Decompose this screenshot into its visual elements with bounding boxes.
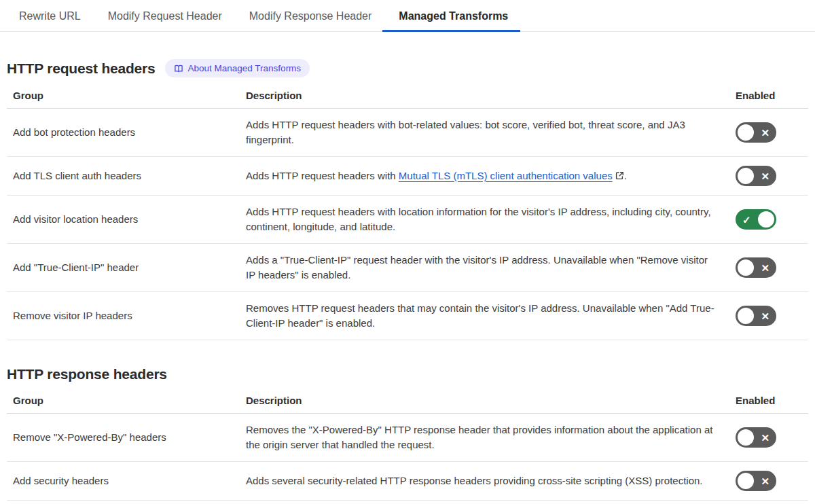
- row-description: Adds HTTP request headers with bot-relat…: [246, 118, 736, 147]
- tab-modify-request-header[interactable]: Modify Request Header: [108, 0, 222, 31]
- row-enabled-cell: ✕: [736, 257, 808, 278]
- toggle-state-icon: ✕: [761, 433, 769, 443]
- section-response-headers: HTTP response headers Group Description …: [7, 366, 808, 501]
- table-header-row: Group Description Enabled: [7, 86, 808, 109]
- description-text: Adds a "True-Client-IP" request header w…: [246, 254, 708, 281]
- toggle-off-add-tls-client-auth-headers[interactable]: ✕: [736, 166, 776, 186]
- description-text: Adds HTTP request headers with bot-relat…: [246, 119, 685, 145]
- toggle-knob: [738, 168, 754, 184]
- about-managed-transforms-badge[interactable]: About Managed Transforms: [165, 59, 310, 77]
- description-text: .: [624, 170, 627, 181]
- table-row-add-security-headers: Add security headers Adds several securi…: [7, 462, 808, 501]
- row-enabled-cell: ✕: [736, 427, 808, 448]
- description-text: Removes the "X-Powered-By" HTTP response…: [246, 424, 712, 450]
- description-link[interactable]: Mutual TLS (mTLS) client authentication …: [399, 170, 613, 181]
- toggle-knob: [738, 429, 754, 446]
- row-group-label: Remove visitor IP headers: [7, 308, 246, 323]
- toggle-off-add-true-client-ip-header[interactable]: ✕: [736, 257, 776, 278]
- section-title: HTTP response headers: [7, 366, 167, 382]
- tab-modify-response-header[interactable]: Modify Response Header: [249, 0, 372, 31]
- row-enabled-cell: ✕: [736, 166, 808, 186]
- section-title-row: HTTP request headers About Managed Trans…: [7, 59, 808, 77]
- toggle-state-icon: ✕: [761, 128, 769, 138]
- table-row-add-bot-protection-headers: Add bot protection headers Adds HTTP req…: [7, 109, 808, 157]
- row-group-label: Add bot protection headers: [7, 125, 246, 140]
- table-row-remove-x-powered-by-headers: Remove "X-Powered-By" headers Removes th…: [7, 414, 808, 462]
- table-body: Add bot protection headers Adds HTTP req…: [7, 109, 808, 340]
- description-text: Removes HTTP request headers that may co…: [246, 302, 714, 329]
- external-link-icon: [615, 170, 624, 182]
- tab-rewrite-url[interactable]: Rewrite URL: [19, 0, 81, 31]
- toggle-knob: [758, 211, 774, 228]
- row-enabled-cell: ✕: [736, 122, 808, 143]
- toggle-knob: [738, 259, 754, 276]
- toggle-knob: [738, 473, 754, 489]
- row-group-label: Add "True-Client-IP" header: [7, 260, 246, 275]
- table-header-row: Group Description Enabled: [7, 391, 808, 414]
- toggle-off-add-bot-protection-headers[interactable]: ✕: [736, 122, 776, 143]
- column-header-enabled: Enabled: [736, 90, 808, 101]
- row-description: Adds HTTP request headers with Mutual TL…: [246, 168, 736, 184]
- description-text: Adds several security-related HTTP respo…: [246, 475, 703, 486]
- column-header-group: Group: [7, 90, 246, 101]
- toggle-knob: [738, 124, 754, 141]
- column-header-enabled: Enabled: [736, 395, 808, 406]
- toggle-state-icon: ✕: [761, 311, 769, 321]
- section-request-headers: HTTP request headers About Managed Trans…: [7, 59, 808, 340]
- row-description: Removes HTTP request headers that may co…: [246, 301, 736, 331]
- section-title-row: HTTP response headers: [7, 366, 808, 382]
- row-description: Adds HTTP request headers with location …: [246, 204, 736, 234]
- row-group-label: Remove "X-Powered-By" headers: [7, 430, 246, 445]
- row-group-label: Add TLS client auth headers: [7, 168, 246, 183]
- table-row-add-visitor-location-headers: Add visitor location headers Adds HTTP r…: [7, 196, 808, 244]
- row-description: Adds several security-related HTTP respo…: [246, 473, 736, 488]
- toggle-state-icon: ✓: [742, 215, 751, 225]
- book-icon: [174, 64, 183, 73]
- column-header-description: Description: [246, 395, 736, 406]
- section-title: HTTP request headers: [7, 60, 156, 77]
- description-text: Adds HTTP request headers with: [246, 170, 399, 181]
- toggle-state-icon: ✕: [761, 476, 769, 486]
- row-description: Removes the "X-Powered-By" HTTP response…: [246, 422, 736, 452]
- row-enabled-cell: ✕: [736, 471, 808, 491]
- row-description: Adds a "True-Client-IP" request header w…: [246, 253, 736, 283]
- tab-managed-transforms[interactable]: Managed Transforms: [399, 0, 508, 31]
- toggle-on-add-visitor-location-headers[interactable]: ✓: [736, 209, 776, 230]
- row-enabled-cell: ✕: [736, 306, 808, 326]
- tab-bar: Rewrite URLModify Request HeaderModify R…: [0, 0, 815, 32]
- column-header-description: Description: [246, 90, 736, 101]
- toggle-off-remove-visitor-ip-headers[interactable]: ✕: [736, 306, 776, 326]
- toggle-state-icon: ✕: [761, 263, 769, 273]
- toggle-state-icon: ✕: [761, 171, 769, 181]
- description-text: Adds HTTP request headers with location …: [246, 206, 711, 232]
- row-group-label: Add visitor location headers: [7, 212, 246, 227]
- row-group-label: Add security headers: [7, 473, 246, 488]
- column-header-group: Group: [7, 395, 246, 406]
- row-enabled-cell: ✓: [736, 209, 808, 230]
- table-row-add-true-client-ip-header: Add "True-Client-IP" header Adds a "True…: [7, 244, 808, 292]
- managed-transforms-page: HTTP request headers About Managed Trans…: [0, 59, 815, 501]
- toggle-knob: [738, 308, 754, 324]
- toggle-off-remove-x-powered-by-headers[interactable]: ✕: [736, 427, 776, 448]
- badge-label: About Managed Transforms: [188, 63, 302, 73]
- table-row-add-tls-client-auth-headers: Add TLS client auth headers Adds HTTP re…: [7, 157, 808, 196]
- table-body: Remove "X-Powered-By" headers Removes th…: [7, 414, 808, 501]
- toggle-off-add-security-headers[interactable]: ✕: [736, 471, 776, 491]
- table-row-remove-visitor-ip-headers: Remove visitor IP headers Removes HTTP r…: [7, 292, 808, 340]
